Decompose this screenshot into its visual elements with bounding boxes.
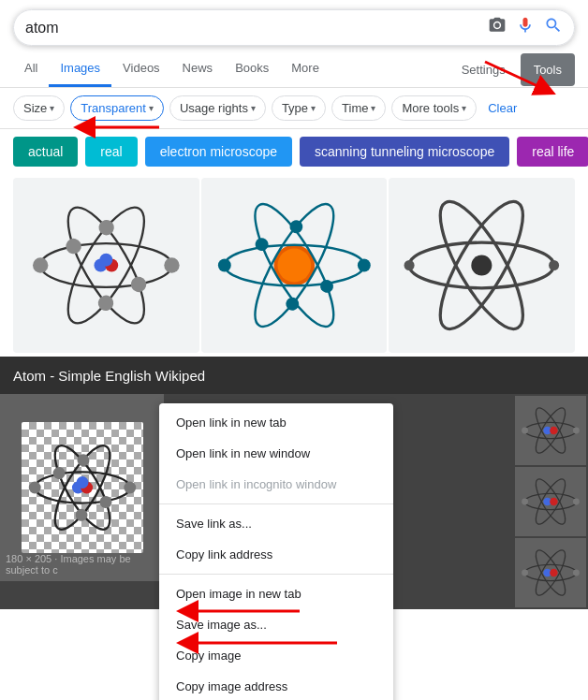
svg-point-55 — [522, 499, 528, 505]
tab-more[interactable]: More — [280, 51, 331, 87]
svg-point-32 — [76, 476, 88, 489]
usage-label: Usage rights — [180, 101, 248, 115]
clear-filter[interactable]: Clear — [482, 96, 522, 120]
svg-point-20 — [317, 277, 335, 295]
chip-scanning[interactable]: scanning tunneling microscope — [300, 137, 509, 167]
tab-videos[interactable]: Videos — [111, 51, 171, 87]
preview-meta: 180 × 205 · Images may be subject to c — [6, 553, 164, 576]
chip-actual[interactable]: actual — [13, 137, 78, 167]
svg-point-57 — [550, 569, 558, 577]
tab-images[interactable]: Images — [49, 51, 111, 87]
svg-point-8 — [33, 257, 48, 272]
svg-point-18 — [358, 259, 371, 272]
svg-point-9 — [128, 274, 149, 295]
svg-point-48 — [522, 428, 528, 434]
svg-point-38 — [97, 494, 114, 511]
svg-point-10 — [63, 236, 83, 256]
type-filter[interactable]: Type ▾ — [272, 95, 326, 121]
ctx-divider-2 — [159, 574, 393, 575]
image-result-2[interactable] — [201, 178, 388, 353]
svg-point-54 — [573, 499, 580, 505]
svg-point-7 — [164, 257, 179, 272]
color-filter[interactable]: Transparent ▾ — [70, 95, 164, 121]
preview-thumbnail[interactable]: 180 × 205 · Images may be subject to c — [0, 394, 164, 581]
svg-point-19 — [218, 259, 231, 272]
context-menu: Open link in new tab Open link in new wi… — [159, 403, 393, 700]
right-thumb-2[interactable] — [515, 467, 586, 536]
image-result-1[interactable] — [13, 178, 199, 353]
tab-news[interactable]: News — [171, 51, 225, 87]
size-filter[interactable]: Size ▾ — [13, 95, 65, 121]
more-tools-chevron-icon: ▾ — [462, 103, 466, 113]
time-chevron-icon: ▾ — [371, 103, 375, 113]
svg-point-0 — [494, 22, 499, 27]
right-thumb-3[interactable] — [515, 538, 586, 607]
chip-electron[interactable]: electron microscope — [145, 137, 292, 167]
chip-real[interactable]: real — [85, 137, 137, 167]
size-label: Size — [23, 101, 47, 115]
type-chevron-icon: ▾ — [311, 103, 316, 113]
ctx-copy-image-address[interactable]: Copy image address — [159, 671, 393, 700]
color-chevron-icon: ▾ — [149, 103, 154, 113]
ctx-open-new-window[interactable]: Open link in new window — [159, 438, 393, 469]
right-thumbnails — [513, 394, 588, 609]
settings-tab[interactable]: Settings — [450, 53, 517, 86]
tools-tab[interactable]: Tools — [521, 53, 575, 86]
chips-row: actual real electron microscope scanning… — [0, 129, 588, 174]
images-grid — [0, 174, 588, 357]
ctx-save-image[interactable]: Save image as... — [159, 609, 393, 640]
nav-tabs: All Images Videos News Books More Settin… — [0, 51, 588, 88]
svg-point-21 — [253, 236, 271, 254]
svg-point-14 — [277, 249, 311, 283]
svg-point-61 — [573, 570, 580, 576]
type-label: Type — [282, 101, 308, 115]
svg-point-28 — [549, 260, 559, 270]
bottom-panel: Atom - Simple English Wikiped — [0, 357, 588, 394]
svg-point-50 — [550, 498, 558, 506]
svg-point-47 — [573, 428, 580, 434]
ctx-open-image-tab[interactable]: Open image in new tab — [159, 578, 393, 609]
camera-icon[interactable] — [488, 16, 507, 39]
time-filter[interactable]: Time ▾ — [331, 95, 386, 121]
preview-area: 180 × 205 · Images may be subject to c O… — [0, 394, 588, 609]
search-icons — [488, 16, 563, 39]
ctx-save-link[interactable]: Save link as... — [159, 508, 393, 539]
svg-point-37 — [28, 482, 40, 494]
mic-icon[interactable] — [516, 16, 535, 39]
usage-filter[interactable]: Usage rights ▾ — [169, 95, 266, 121]
time-label: Time — [342, 101, 368, 115]
right-thumb-1[interactable] — [515, 396, 586, 465]
search-icon[interactable] — [544, 16, 563, 39]
more-tools-label: More tools — [402, 101, 459, 115]
svg-point-39 — [51, 465, 67, 482]
bottom-title: Atom - Simple English Wikiped — [13, 368, 205, 384]
svg-point-36 — [124, 482, 136, 494]
svg-point-24 — [472, 255, 492, 275]
filter-bar: Size ▾ Transparent ▾ Usage rights ▾ Type… — [0, 88, 588, 129]
svg-point-43 — [550, 427, 558, 435]
svg-point-62 — [522, 570, 528, 576]
ctx-copy-image[interactable]: Copy image — [159, 640, 393, 671]
image-result-3[interactable] — [389, 178, 575, 353]
usage-chevron-icon: ▾ — [251, 103, 256, 113]
chip-real-life[interactable]: real life — [517, 137, 588, 167]
ctx-divider-1 — [159, 503, 393, 504]
size-chevron-icon: ▾ — [50, 103, 54, 113]
atom-preview-image — [22, 422, 143, 553]
nav-right: Settings Tools — [450, 53, 575, 86]
more-tools-filter[interactable]: More tools ▾ — [391, 95, 477, 121]
tab-all[interactable]: All — [13, 51, 49, 87]
ctx-copy-link[interactable]: Copy link address — [159, 539, 393, 570]
ctx-open-new-tab[interactable]: Open link in new tab — [159, 407, 393, 438]
color-label: Transparent — [81, 101, 146, 115]
svg-point-3 — [99, 254, 112, 267]
search-input[interactable]: atom — [25, 20, 488, 36]
svg-point-29 — [404, 260, 415, 270]
tab-books[interactable]: Books — [224, 51, 280, 87]
ctx-open-incognito: Open link in incognito window — [159, 469, 393, 500]
search-bar: atom — [13, 9, 575, 46]
